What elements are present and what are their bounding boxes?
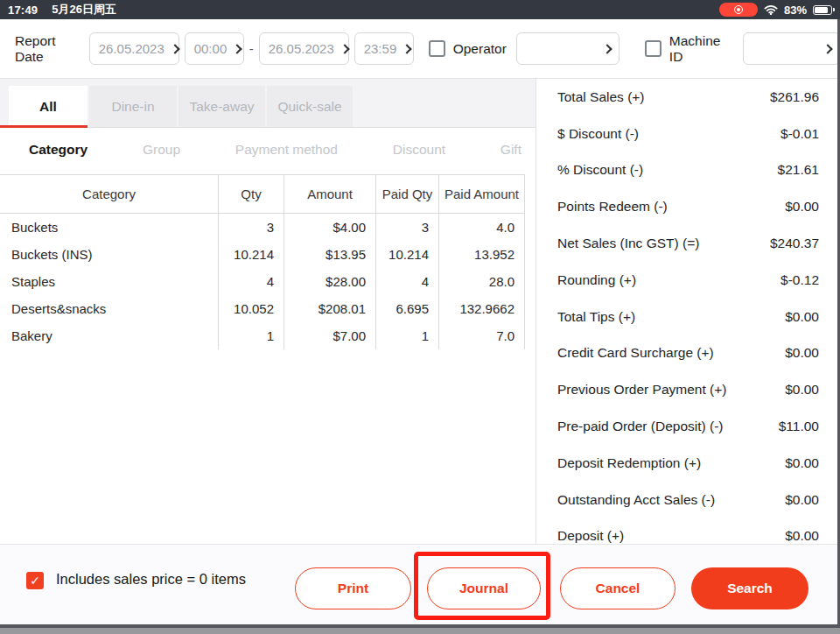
cell-paid-qty: 6.695	[376, 295, 439, 322]
summary-row: Deposit Redemption (+)$0.00	[536, 445, 837, 482]
summary-label: $ Discount (-)	[557, 126, 639, 142]
summary-value: $21.61	[778, 162, 819, 178]
chevron-right-icon	[340, 44, 349, 53]
cell-amount: $28.00	[284, 268, 376, 295]
cell-qty: 10.214	[219, 241, 284, 268]
cell-paid-qty: 4	[376, 268, 439, 295]
search-button[interactable]: Search	[691, 567, 808, 609]
report-screen: 17:49 5月26日周五 83% Report Date 26.05.2023	[0, 0, 840, 634]
subtab-category[interactable]: Category	[29, 142, 88, 158]
cell-category: Buckets	[0, 214, 219, 241]
summary-row: Pre-paid Order (Deposit) (-)$11.00	[536, 408, 837, 445]
subtab-discount[interactable]: Discount	[393, 142, 445, 158]
summary-row: % Discount (-)$21.61	[536, 152, 837, 189]
tab-quick-sale[interactable]: Quick-sale	[267, 86, 353, 127]
summary-label: Rounding (+)	[557, 272, 636, 288]
sales-summary-panel: Total Sales (+)$261.96 $ Discount (-)$-0…	[536, 79, 837, 544]
summary-row: Points Redeem (-)$0.00	[536, 188, 837, 225]
header-qty: Qty	[219, 175, 284, 213]
cell-qty: 4	[219, 268, 284, 295]
wifi-icon	[764, 4, 778, 15]
chevron-right-icon	[822, 44, 832, 53]
footer-bar: Includes sales price = 0 items Print Jou…	[0, 544, 840, 624]
screen-edge-bottom-outer	[0, 628, 840, 634]
summary-row: Total Tips (+)$0.00	[536, 299, 837, 335]
tab-all[interactable]: All	[9, 86, 88, 127]
summary-value: $240.37	[770, 236, 819, 251]
cell-category: Buckets (INS)	[0, 241, 219, 268]
include-zero-price-label: Includes sales price = 0 items	[56, 569, 253, 588]
cell-paid-amount: 28.0	[439, 268, 525, 295]
tab-dine-in[interactable]: Dine-in	[89, 86, 177, 127]
summary-label: Total Sales (+)	[557, 89, 645, 105]
cell-qty: 10.052	[219, 295, 284, 322]
filter-bar: Report Date 26.05.2023 00:00 - 26.05.202…	[0, 19, 840, 79]
chevron-right-icon	[402, 44, 412, 53]
operator-checkbox[interactable]	[429, 40, 445, 57]
table-body: Buckets 3 $4.00 3 4.0 Buckets (INS) 10.2…	[0, 214, 525, 349]
battery-percent: 83%	[784, 4, 807, 17]
include-zero-price-checkbox[interactable]	[26, 572, 44, 589]
summary-label: Total Tips (+)	[557, 309, 635, 325]
category-sales-table: Category Qty Amount Paid Qty Paid Amount…	[0, 174, 525, 349]
end-time-select[interactable]: 23:59	[354, 32, 414, 65]
start-date-select[interactable]: 26.05.2023	[89, 32, 179, 65]
machine-id-label: Machine ID	[669, 33, 734, 65]
report-subtabs: Category Group Payment method Discount G…	[0, 128, 536, 172]
header-paid-amount: Paid Amount	[439, 175, 525, 213]
subtab-payment-method[interactable]: Payment method	[235, 142, 338, 158]
cell-amount: $208.01	[284, 295, 376, 322]
table-row: Bakery 1 $7.00 1 7.0	[0, 322, 525, 349]
cell-paid-qty: 3	[376, 214, 439, 241]
table-row: Staples 4 $28.00 4 28.0	[0, 268, 525, 295]
header-category: Category	[0, 175, 219, 213]
screen-recording-indicator[interactable]	[719, 3, 758, 17]
summary-value: $0.00	[785, 382, 819, 398]
header-paid-qty: Paid Qty	[376, 175, 439, 213]
summary-value: $-0.12	[780, 272, 819, 288]
summary-row: Total Sales (+)$261.96	[536, 79, 837, 116]
summary-value: $0.00	[785, 345, 819, 361]
summary-value: $0.00	[785, 528, 819, 544]
summary-label: % Discount (-)	[557, 162, 643, 178]
tab-take-away[interactable]: Take-away	[178, 86, 265, 127]
status-date: 5月26日周五	[52, 2, 116, 18]
clock: 17:49	[8, 4, 38, 17]
chevron-right-icon	[602, 44, 612, 53]
table-row: Buckets 3 $4.00 3 4.0	[0, 214, 525, 241]
table-row: Buckets (INS) 10.214 $13.95 10.214 13.95…	[0, 241, 525, 268]
journal-button[interactable]: Journal	[427, 567, 541, 609]
operator-select[interactable]	[516, 32, 620, 65]
summary-label: Credit Card Surcharge (+)	[557, 345, 714, 361]
machine-id-select[interactable]	[743, 32, 840, 65]
status-right-cluster: 83%	[719, 0, 835, 19]
summary-row: Previous Order Payment (+)$0.00	[536, 371, 837, 408]
subtab-group[interactable]: Group	[143, 142, 180, 158]
cell-category: Bakery	[0, 322, 219, 349]
table-header-row: Category Qty Amount Paid Qty Paid Amount	[0, 174, 525, 214]
summary-value: $0.00	[785, 455, 819, 471]
status-bar: 17:49 5月26日周五 83%	[0, 0, 840, 19]
summary-label: Points Redeem (-)	[557, 199, 668, 215]
start-date-value: 26.05.2023	[99, 41, 164, 56]
cancel-button[interactable]: Cancel	[560, 567, 676, 609]
summary-label: Deposit (+)	[557, 528, 624, 544]
report-date-label: Report Date	[15, 33, 84, 65]
summary-label: Previous Order Payment (+)	[557, 382, 726, 398]
subtab-gift[interactable]: Gift	[500, 142, 522, 158]
summary-row: Net Sales (Inc GST) (=)$240.37	[536, 225, 837, 262]
chevron-right-icon	[170, 44, 179, 53]
cell-paid-amount: 4.0	[439, 214, 525, 241]
end-time-value: 23:59	[364, 41, 397, 56]
end-date-value: 26.05.2023	[269, 41, 334, 56]
summary-label: Deposit Redemption (+)	[557, 455, 701, 471]
start-time-select[interactable]: 00:00	[185, 32, 244, 65]
battery-icon	[813, 5, 835, 15]
cell-amount: $13.95	[284, 241, 376, 268]
summary-row: Rounding (+)$-0.12	[536, 262, 837, 299]
summary-label: Net Sales (Inc GST) (=)	[557, 236, 699, 251]
machine-id-checkbox[interactable]	[645, 40, 662, 57]
end-date-select[interactable]: 26.05.2023	[259, 32, 349, 65]
summary-label: Outstanding Acct Sales (-)	[557, 492, 715, 508]
print-button[interactable]: Print	[295, 567, 411, 609]
